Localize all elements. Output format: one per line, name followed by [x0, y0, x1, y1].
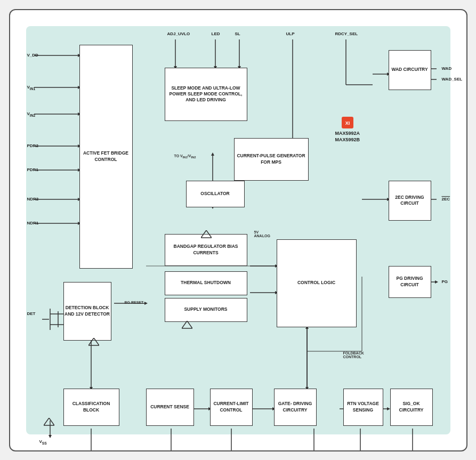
- gate-driving-block: GATE- DRIVING CIRCUITRY: [274, 389, 317, 426]
- pin-det: DET: [27, 311, 36, 316]
- pin-wad-sel: WAD_SEL: [442, 77, 463, 82]
- pin-adj-uvlo: ADJ_UVLO: [167, 31, 190, 36]
- pin-sl: SL: [235, 31, 240, 36]
- current-limit-block: CURRENT-LIMIT CONTROL: [210, 389, 253, 426]
- pin-vdd: V_DD: [27, 53, 38, 58]
- vss-triangle: [44, 418, 54, 429]
- pin-pdr2: PDR2: [27, 143, 38, 148]
- label-5v-analog: 5VANALOG: [254, 230, 270, 238]
- svg-marker-71: [44, 418, 54, 425]
- svg-marker-74: [88, 338, 99, 345]
- pin-pdr1: PDR1: [27, 167, 38, 172]
- thermal-block: THERMAL SHUTDOWN: [165, 271, 247, 295]
- sig-ok-block: SIG_OK CIRCUITRY: [390, 389, 433, 426]
- sleep-mode-block: SLEEP MODE AND ULTRA-LOW POWER SLEEP MOD…: [165, 68, 247, 121]
- pin-vin2: VIN2: [27, 111, 36, 117]
- pin-pg: PG: [442, 279, 448, 284]
- rtn-voltage-block: RTN VOLTAGE SENSING: [343, 389, 383, 426]
- pin-rdcy-sel: RDCY_SEL: [335, 31, 358, 36]
- brand-name1: MAX5992A: [335, 130, 360, 137]
- label-foldback: FOLDBACKCONTROL: [343, 351, 364, 359]
- pg-block: PG DRIVING CIRCUIT: [389, 266, 431, 298]
- current-sense-block: CURRENT SENSE: [146, 389, 194, 426]
- label-bg-reset: BG RESET: [125, 301, 144, 304]
- oscillator-block: OSCILLATOR: [186, 181, 245, 207]
- drain-triangle3: [88, 338, 99, 349]
- wad-block: WAD CIRCUITRY: [389, 50, 431, 90]
- svg-marker-72: [182, 321, 192, 328]
- svg-text:XI: XI: [345, 120, 350, 126]
- pin-ndr2: NDR2: [27, 197, 39, 201]
- current-pulse-block: CURRENT-PULSE GENERATOR FOR MPS: [234, 138, 309, 181]
- maxim-logo: XI: [342, 117, 353, 128]
- pin-ndr1: NDR1: [27, 221, 39, 225]
- pin-led: LED: [212, 31, 220, 36]
- pin-vin1: VIN1: [27, 85, 36, 91]
- control-logic-block: CONTROL LOGIC: [277, 239, 357, 327]
- label-to-vin: TO VIN1/VIN2: [174, 154, 196, 159]
- pin-vss: VSS: [39, 439, 47, 445]
- brand-name2: MAX5992B: [335, 136, 360, 143]
- detection-block: DETECTION BLOCK AND 12V DETECTOR: [63, 282, 111, 341]
- drain-triangle1: [182, 321, 192, 332]
- classification-block: CLASSIFICATION BLOCK: [63, 389, 119, 426]
- supply-mon-block: SUPPLY MONITORS: [165, 298, 247, 322]
- svg-marker-15: [49, 435, 52, 438]
- brand-box: XI MAX5992A MAX5992B: [335, 117, 360, 143]
- mosfet-symbol: [39, 303, 66, 335]
- pin-zec: 2EC: [442, 197, 450, 201]
- svg-marker-73: [201, 230, 212, 238]
- drain-triangle2: [201, 230, 212, 241]
- pin-wad: WAD: [442, 66, 452, 71]
- diagram-wrapper: V_DD VIN1 VIN2 PDR2 PDR1 NDR2 NDR1 VSS D…: [9, 9, 467, 451]
- zec-block: 2EC DRIVING CIRCUIT: [389, 181, 431, 221]
- active-fet-block: ACTIVE FET BRIDGE CONTROL: [79, 45, 133, 269]
- pin-ulp: ULP: [286, 31, 295, 36]
